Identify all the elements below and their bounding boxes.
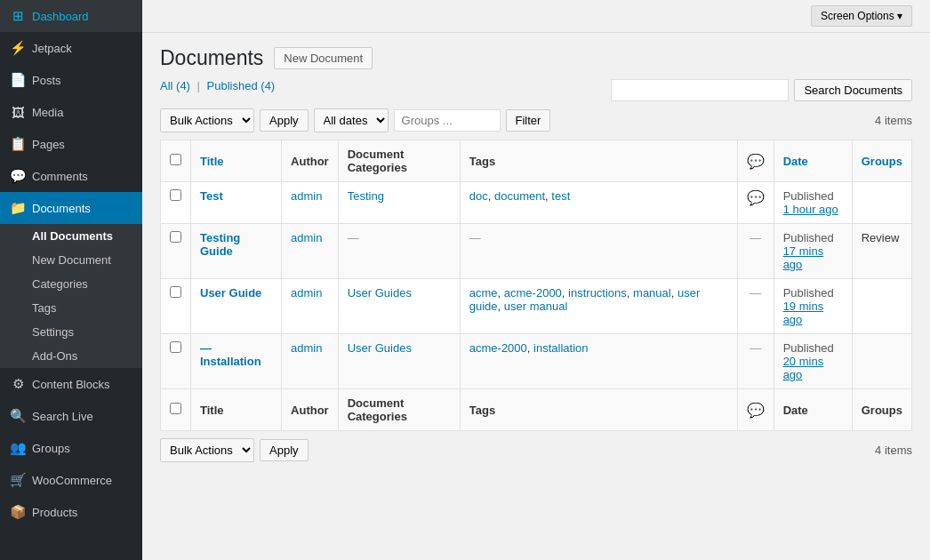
tag-link[interactable]: document [494, 189, 545, 203]
tag-link[interactable]: doc [469, 189, 488, 203]
sidebar-item-dashboard[interactable]: ⊞ Dashboard [0, 0, 142, 32]
groups-cell [852, 334, 911, 389]
table-header-row: Title Author Document Categories Tags 💬 … [161, 140, 912, 182]
sidebar-item-settings[interactable]: Settings [0, 320, 142, 344]
sidebar-item-content-blocks[interactable]: ⚙ Content Blocks [0, 368, 142, 400]
groups-header[interactable]: Groups [852, 140, 911, 182]
row-checkbox[interactable] [170, 286, 181, 298]
sidebar-item-products[interactable]: 📦 Products [0, 496, 142, 528]
doc-title-link[interactable]: — Installation [200, 341, 261, 368]
title-cell: Testing Guide [191, 224, 282, 279]
author-header: Author [282, 140, 339, 182]
new-document-button[interactable]: New Document [274, 47, 373, 69]
select-all-checkbox[interactable] [170, 154, 181, 165]
documents-table: Title Author Document Categories Tags 💬 … [160, 140, 912, 431]
tag-link[interactable]: installation [533, 341, 588, 355]
tags-header: Tags [460, 140, 737, 182]
author-link[interactable]: admin [291, 189, 322, 203]
tag-link[interactable]: test [551, 189, 570, 203]
date-header[interactable]: Date [774, 140, 852, 182]
category-link[interactable]: User Guides [348, 286, 412, 300]
date-cell: Published 19 mins ago [774, 279, 852, 334]
filter-published-link[interactable]: Published (4) [207, 79, 276, 92]
row-checkbox[interactable] [170, 231, 181, 243]
comment-cell: 💬 [737, 182, 774, 224]
tag-link[interactable]: manual [633, 286, 671, 300]
sidebar-item-jetpack[interactable]: ⚡ Jetpack [0, 32, 142, 64]
search-live-icon: 🔍 [9, 407, 27, 425]
author-link[interactable]: admin [291, 231, 322, 244]
tag-link[interactable]: user manual [504, 300, 568, 313]
tag-link[interactable]: acme-2000 [504, 286, 562, 300]
row-checkbox[interactable] [170, 189, 181, 201]
page-title: Documents [160, 46, 263, 70]
bottom-bar: Bulk Actions Apply 4 items [160, 438, 912, 462]
tag-link[interactable]: acme [469, 286, 498, 300]
table-row: Testing Guide admin — — — Published 17 m… [161, 224, 912, 279]
sidebar-item-label: Content Blocks [32, 378, 109, 391]
sidebar-item-comments[interactable]: 💬 Comments [0, 160, 142, 192]
apply-button-top[interactable]: Apply [260, 109, 309, 132]
sidebar-item-tags[interactable]: Tags [0, 296, 142, 320]
sidebar-item-pages[interactable]: 📋 Pages [0, 128, 142, 160]
sidebar-item-search-live[interactable]: 🔍 Search Live [0, 400, 142, 432]
sidebar-item-posts[interactable]: 📄 Posts [0, 64, 142, 96]
doc-title-link[interactable]: User Guide [200, 286, 261, 300]
tags-cell: — [460, 224, 737, 279]
sidebar-item-new-document[interactable]: New Document [0, 248, 142, 272]
table-body: Test admin Testing doc, document, test 💬… [161, 182, 912, 389]
filter-button[interactable]: Filter [506, 109, 551, 132]
table-row: Test admin Testing doc, document, test 💬… [161, 182, 912, 224]
search-documents-button[interactable]: Search Documents [794, 79, 912, 101]
date-ago[interactable]: 20 mins ago [783, 355, 843, 381]
row-checkbox-cell [161, 279, 191, 334]
sidebar-item-all-documents[interactable]: All Documents [0, 224, 142, 248]
date-filter-select[interactable]: All dates [314, 108, 389, 132]
author-link[interactable]: admin [291, 341, 322, 355]
tag-link[interactable]: acme-2000 [469, 341, 527, 355]
groups-cell: Review [852, 224, 911, 279]
sidebar-item-media[interactable]: 🖼 Media [0, 96, 142, 128]
sidebar-item-label: Groups [32, 442, 70, 455]
comment-cell: — [737, 224, 774, 279]
filter-all-link[interactable]: All (4) [160, 79, 190, 92]
sidebar-item-woocommerce[interactable]: 🛒 WooCommerce [0, 464, 142, 496]
date-ago[interactable]: 19 mins ago [783, 300, 843, 326]
sidebar-item-categories[interactable]: Categories [0, 272, 142, 296]
select-all-checkbox-footer[interactable] [170, 403, 181, 414]
category-link[interactable]: User Guides [348, 341, 412, 355]
screen-options-button[interactable]: Screen Options ▾ [811, 5, 912, 27]
date-ago[interactable]: 1 hour ago [783, 203, 843, 216]
sidebar-item-label: Products [32, 506, 77, 519]
author-link[interactable]: admin [291, 286, 322, 300]
groups-filter-input[interactable] [394, 109, 501, 132]
sidebar-item-groups[interactable]: 👥 Groups [0, 432, 142, 464]
groups-cell [852, 279, 911, 334]
date-cell: Published 1 hour ago [774, 182, 852, 224]
title-header[interactable]: Title [191, 140, 282, 182]
row-checkbox[interactable] [170, 341, 181, 353]
screen-options-bar: Screen Options ▾ [142, 0, 930, 33]
bulk-actions-select-top[interactable]: Bulk Actions [160, 108, 254, 132]
doc-title-link[interactable]: Testing Guide [200, 231, 240, 258]
table-row: User Guide admin User Guides acme, acme-… [161, 279, 912, 334]
jetpack-icon: ⚡ [9, 39, 27, 57]
apply-button-bottom[interactable]: Apply [260, 439, 309, 461]
date-ago[interactable]: 17 mins ago [783, 244, 843, 271]
search-documents-input[interactable] [611, 79, 789, 101]
category-link[interactable]: Testing [348, 189, 384, 203]
doc-title-link[interactable]: Test [200, 189, 223, 203]
tags-cell: acme-2000, installation [460, 334, 737, 389]
bulk-actions-select-bottom[interactable]: Bulk Actions [160, 438, 254, 462]
date-footer: Date [774, 389, 852, 431]
categories-cell: Testing [338, 182, 460, 224]
author-footer: Author [282, 389, 339, 431]
doc-categories-footer: Document Categories [338, 389, 460, 431]
sidebar-item-documents[interactable]: 📁 Documents [0, 192, 142, 224]
tag-link[interactable]: instructions [568, 286, 627, 300]
dashboard-icon: ⊞ [9, 7, 27, 25]
page-header: Documents New Document [160, 46, 912, 70]
comments-header: 💬 [737, 140, 774, 182]
sidebar-item-add-ons[interactable]: Add-Ons [0, 344, 142, 368]
sidebar-item-label: Comments [32, 170, 88, 183]
